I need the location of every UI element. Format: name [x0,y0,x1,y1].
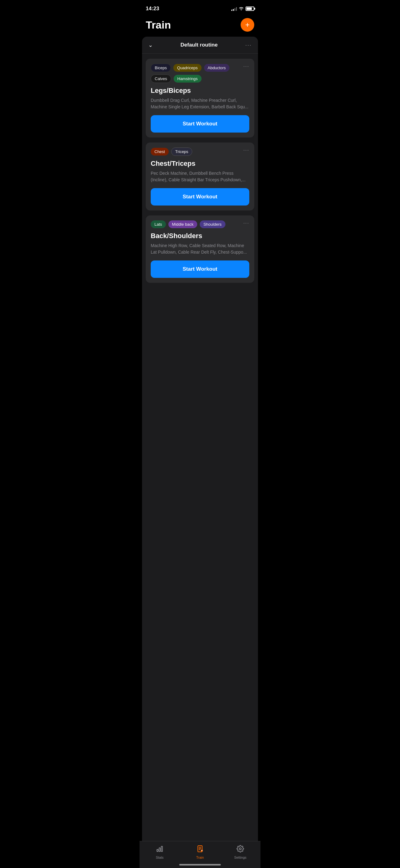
workout-exercises: Pec Deck Machine, Dumbbell Bench Press (… [151,170,249,183]
start-workout-button-chest[interactable]: Start Workout [151,188,249,206]
home-indicator [179,864,221,866]
wifi-icon [239,6,244,11]
start-workout-button-back[interactable]: Start Workout [151,260,249,278]
routine-title: Default routine [180,42,218,48]
workout-exercises: Machine High Row, Cable Seated Row, Mach… [151,243,249,255]
svg-rect-0 [157,849,158,851]
nav-label-settings: Settings [234,856,246,859]
stats-icon [156,845,163,854]
tag-shoulders: Shoulders [200,220,226,228]
settings-icon [237,845,244,854]
routine-section: ⌄ Default routine ··· Biceps Quadriceps … [142,37,258,855]
nav-item-stats[interactable]: Stats [147,845,172,859]
battery-icon [245,6,254,11]
tags-row: Biceps Quadriceps Abductors Calves ··· H… [151,64,249,83]
card-more-button[interactable]: ··· [243,64,249,69]
workout-card-chest-triceps: Chest Triceps ··· Chest/Triceps Pec Deck… [146,143,254,211]
nav-label-train: Train [196,856,204,859]
status-bar: 14:23 [139,0,261,16]
status-icons [231,6,254,11]
svg-point-10 [239,848,241,850]
nav-item-train[interactable]: Train [188,845,212,859]
routine-more-button[interactable]: ··· [245,42,252,49]
nav-label-stats: Stats [156,856,163,859]
nav-item-settings[interactable]: Settings [228,845,253,859]
workout-name: Chest/Triceps [151,160,249,168]
card-more-button[interactable]: ··· [243,148,249,153]
tag-biceps: Biceps [151,64,171,72]
svg-rect-2 [161,846,163,851]
tag-quadriceps: Quadriceps [173,64,201,72]
main-content: ⌄ Default routine ··· Biceps Quadriceps … [139,37,261,868]
tags-row: Lats Middle back Shoulders ··· [151,220,249,228]
workout-name: Back/Shoulders [151,232,249,240]
signal-icon [231,6,237,11]
tag-abductors: Abductors [204,64,230,72]
tags-row: Chest Triceps ··· [151,148,249,156]
tag-lats: Lats [151,220,166,228]
routine-header: ⌄ Default routine ··· [142,37,258,54]
tag-calves: Calves [151,74,171,83]
start-workout-button-legs[interactable]: Start Workout [151,115,249,132]
add-workout-button[interactable]: + [241,18,254,32]
app-header: Train + [139,16,261,37]
workout-card-legs-biceps: Biceps Quadriceps Abductors Calves ··· H… [146,59,254,137]
workout-name: Legs/Biceps [151,87,249,95]
svg-rect-1 [159,848,160,851]
card-more-button[interactable]: ··· [243,220,249,226]
tag-triceps: Triceps [171,148,192,156]
cards-container: Biceps Quadriceps Abductors Calves ··· H… [142,54,258,288]
tag-hamstrings: Hamstrings [174,75,202,83]
tag-middle-back: Middle back [168,220,197,228]
train-icon [196,845,204,854]
status-time: 14:23 [146,6,159,12]
workout-exercises: Dumbbell Drag Curl, Machine Preacher Cur… [151,97,249,110]
page-title: Train [146,19,171,31]
workout-card-back-shoulders: Lats Middle back Shoulders ··· Back/Shou… [146,215,254,283]
tag-chest: Chest [151,148,169,156]
chevron-down-icon[interactable]: ⌄ [148,41,153,49]
